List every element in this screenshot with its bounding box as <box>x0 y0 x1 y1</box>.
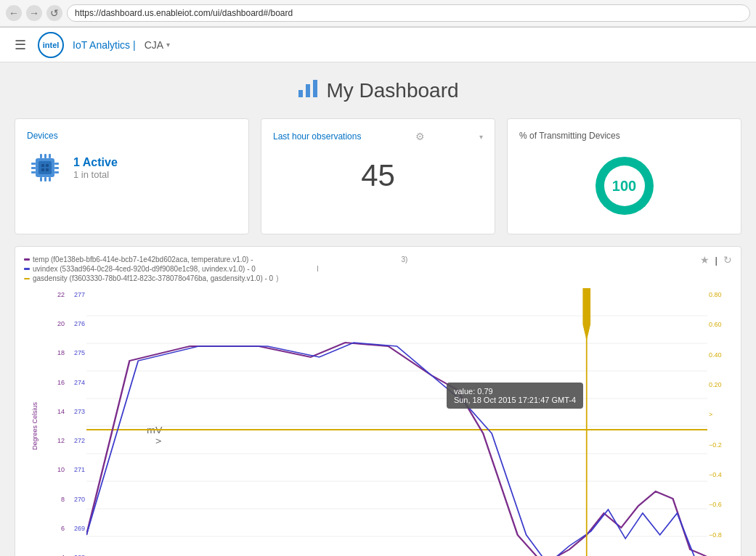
legend-label-gasdensity: gasdensity (f3603330-78b0-4f12-823c-3780… <box>33 274 273 282</box>
svg-rect-13 <box>49 154 51 158</box>
svg-rect-12 <box>44 154 46 158</box>
svg-rect-19 <box>41 168 44 171</box>
svg-rect-18 <box>46 164 49 167</box>
legend-label-temp: temp (f0e138eb-bfb6-414e-bcb7-1e42bd602a… <box>33 255 253 263</box>
gauge-container: 100 <box>519 150 729 222</box>
browser-chrome: ← → ↺ <box>0 0 756 28</box>
svg-rect-17 <box>41 164 44 167</box>
main-chart-svg: mV > <box>86 288 707 556</box>
cards-row: Devices <box>15 118 741 234</box>
legend-item-gasdensity: gasdensity (f3603330-78b0-4f12-823c-3780… <box>24 274 732 282</box>
refresh-chart-button[interactable]: ↻ <box>723 254 732 266</box>
legend-label-uvindex: uvindex (533ad964-0c28-4ced-920d-d9f9080… <box>33 265 256 273</box>
y-axis-celsius-container: Degrees Celsius <box>24 288 46 556</box>
device-info: 1 Active 1 in total <box>73 156 118 180</box>
devices-card: Devices <box>15 118 249 234</box>
intel-logo: intel <box>38 32 64 58</box>
legend-item-uvindex: uvindex (533ad964-0c28-4ced-920d-d9f9080… <box>24 265 732 273</box>
page-title-section: My Dashboard <box>15 77 741 104</box>
back-button[interactable]: ← <box>6 5 22 21</box>
chart-area: Degrees Celsius 22 20 18 16 14 12 10 8 6… <box>24 288 732 556</box>
y-ticks-uvindex: 277 276 275 274 273 272 271 270 269 268 <box>66 288 86 556</box>
legend-dot-uvindex <box>24 268 30 270</box>
address-bar[interactable] <box>67 4 750 22</box>
svg-rect-15 <box>44 177 46 181</box>
observations-card-title: Last hour observations <box>273 131 361 142</box>
hamburger-button[interactable]: ☰ <box>12 34 29 56</box>
y-ticks-gasdensity: 0.80 0.60 0.40 0.20 > −0.2 −0.4 −0.6 −0.… <box>707 288 732 556</box>
user-name: CJA <box>145 39 163 51</box>
app-name-text: IoT Analytics | <box>73 39 136 51</box>
svg-rect-20 <box>46 168 49 171</box>
svg-rect-14 <box>40 177 42 181</box>
svg-rect-2 <box>313 80 317 97</box>
svg-rect-11 <box>40 154 42 158</box>
chart-actions: ★ | ↻ <box>700 254 732 266</box>
user-menu-button[interactable]: CJA ▾ <box>145 39 170 51</box>
chip-icon <box>27 150 63 186</box>
chevron-small-icon: ▾ <box>479 133 483 141</box>
app-header: ☰ intel IoT Analytics | CJA ▾ <box>0 28 756 62</box>
svg-rect-0 <box>298 90 303 97</box>
chart-svg-container: mV > value: 0.79 Sun, 18 Oct 2015 17:21 <box>86 288 707 556</box>
svg-rect-4 <box>38 161 52 174</box>
forward-button[interactable]: → <box>26 5 42 21</box>
observations-card-header: Last hour observations ⚙ ▾ <box>273 131 483 142</box>
star-button[interactable]: ★ <box>700 254 710 266</box>
observations-card: Last hour observations ⚙ ▾ 45 <box>261 118 495 234</box>
dashboard-icon <box>297 77 319 104</box>
gear-icon[interactable]: ⚙ <box>415 131 425 142</box>
svg-rect-9 <box>54 167 59 169</box>
main-content: My Dashboard Devices <box>0 62 756 556</box>
svg-rect-16 <box>49 177 51 181</box>
chart-bars-icon <box>297 77 319 99</box>
active-count: 1 Active <box>73 156 118 169</box>
legend-dot-temp <box>24 258 30 261</box>
svg-rect-5 <box>31 163 36 165</box>
svg-text:>: > <box>155 436 162 446</box>
chevron-down-icon: ▾ <box>166 41 170 49</box>
y-axis-celsius-label: Degrees Celsius <box>31 402 38 450</box>
observations-count: 45 <box>273 151 483 200</box>
total-count: 1 in total <box>73 169 118 180</box>
page-title: My Dashboard <box>326 79 458 102</box>
refresh-button[interactable]: ↺ <box>46 5 62 21</box>
legend-dot-gasdensity <box>24 278 30 279</box>
browser-nav: ← → ↺ <box>0 0 756 27</box>
svg-rect-8 <box>54 163 59 165</box>
chart-panel: ★ | ↻ temp (f0e138eb-bfb6-414e-bcb7-1e42… <box>15 246 741 556</box>
transmitting-gauge: 100 <box>596 157 654 215</box>
svg-rect-1 <box>306 84 310 97</box>
chart-action-separator: | <box>715 255 718 266</box>
svg-rect-6 <box>31 167 36 169</box>
y-ticks-celsius: 22 20 18 16 14 12 10 8 6 4 <box>46 288 66 556</box>
transmitting-card-title: % of Transmitting Devices <box>519 131 729 141</box>
svg-rect-7 <box>31 171 36 173</box>
chart-legend: temp (f0e138eb-bfb6-414e-bcb7-1e42bd602a… <box>24 255 732 282</box>
app-title: IoT Analytics | <box>73 39 136 51</box>
legend-item-temp: temp (f0e138eb-bfb6-414e-bcb7-1e42bd602a… <box>24 255 732 263</box>
svg-rect-10 <box>54 171 59 173</box>
transmitting-card: % of Transmitting Devices 100 <box>507 118 741 234</box>
devices-card-title: Devices <box>27 131 237 141</box>
devices-content: 1 Active 1 in total <box>27 150 237 186</box>
gauge-value: 100 <box>612 178 636 195</box>
